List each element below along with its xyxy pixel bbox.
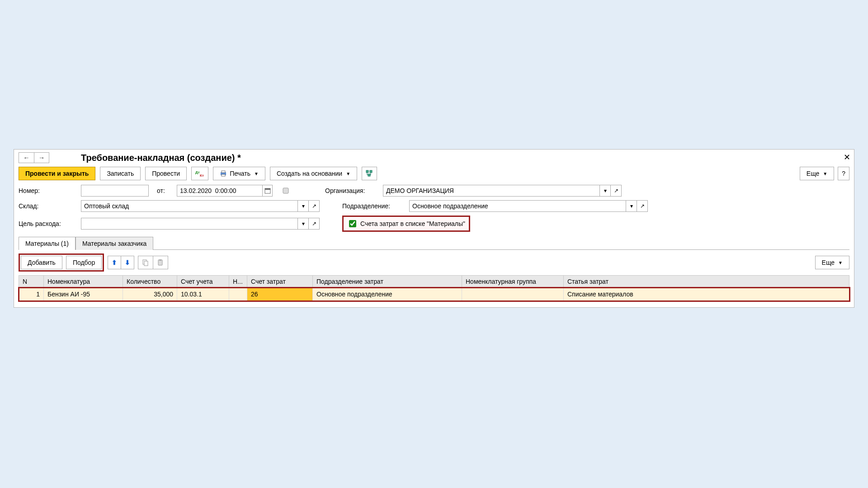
cost-accounts-label: Счета затрат в списке "Материалы" (360, 220, 465, 227)
add-button[interactable]: Добавить (21, 256, 62, 269)
back-button[interactable]: ← (19, 152, 34, 163)
date-input[interactable] (177, 185, 263, 197)
svg-rect-7 (368, 174, 370, 176)
number-input[interactable] (81, 185, 149, 197)
from-label: от: (157, 187, 169, 194)
document-form: Номер: от: Организация: ▾ ↗ (19, 185, 849, 232)
cell-n[interactable]: 1 (19, 288, 44, 301)
number-label: Номер: (19, 187, 73, 194)
svg-rect-4 (222, 174, 225, 176)
close-icon[interactable]: ✕ (844, 152, 850, 162)
tabs: Материалы (1) Материалы заказчика (19, 236, 849, 250)
materials-table: N Номенклатура Количество Счет учета Н..… (19, 275, 849, 301)
print-label: Печать (230, 170, 250, 177)
cell-nom-group[interactable] (462, 288, 564, 301)
time-icon[interactable] (281, 185, 291, 197)
post-button[interactable]: Провести (145, 167, 187, 180)
svg-text:Кт: Кт (200, 174, 204, 177)
cell-cost-acct[interactable]: 26 (247, 288, 313, 301)
post-and-close-button[interactable]: Провести и закрыть (19, 167, 95, 180)
svg-rect-10 (283, 188, 288, 193)
open-icon[interactable]: ↗ (611, 185, 622, 197)
col-cost-dept[interactable]: Подразделение затрат (313, 276, 462, 288)
paste-icon (157, 259, 164, 266)
dept-label: Подразделение: (342, 202, 401, 210)
open-icon[interactable]: ↗ (637, 200, 648, 212)
printer-icon (220, 170, 227, 177)
cell-qty[interactable]: 35,000 (123, 288, 177, 301)
add-select-highlight: Добавить Подбор (19, 253, 104, 272)
create-based-label: Создать на основании (277, 170, 342, 177)
svg-rect-9 (265, 188, 270, 190)
open-icon[interactable]: ↗ (309, 218, 320, 230)
col-nom-group[interactable]: Номенклатурная группа (462, 276, 564, 288)
print-button[interactable]: Печать ▼ (213, 167, 265, 180)
tab-materials[interactable]: Материалы (1) (19, 237, 75, 250)
col-acct[interactable]: Счет учета (177, 276, 229, 288)
chevron-down-icon: ▼ (254, 171, 259, 176)
open-icon[interactable]: ↗ (309, 200, 320, 212)
more-button[interactable]: Еще ▼ (800, 167, 834, 180)
cell-item[interactable]: Бензин АИ -95 (44, 288, 123, 301)
dropdown-icon[interactable]: ▾ (626, 200, 637, 212)
svg-text:Дт: Дт (195, 170, 200, 174)
col-item[interactable]: Номенклатура (44, 276, 123, 288)
calendar-icon[interactable] (263, 185, 273, 197)
dropdown-icon[interactable]: ▾ (298, 200, 309, 212)
grid-toolbar: Добавить Подбор ⬆ ⬇ Еще ▼ (19, 250, 849, 275)
structure-button[interactable] (362, 167, 377, 180)
move-down-button[interactable]: ⬇ (121, 256, 134, 269)
svg-rect-12 (144, 261, 148, 266)
copy-button[interactable] (138, 256, 153, 269)
col-cost-acct[interactable]: Счет затрат (247, 276, 313, 288)
cell-acct[interactable]: 10.03.1 (177, 288, 229, 301)
tab-customer-materials[interactable]: Материалы заказчика (75, 237, 153, 250)
dropdown-icon[interactable]: ▾ (298, 218, 309, 230)
more-label: Еще (807, 170, 820, 177)
svg-rect-6 (370, 170, 372, 173)
paste-button[interactable] (153, 256, 168, 269)
create-based-on-button[interactable]: Создать на основании ▼ (270, 167, 357, 180)
svg-rect-3 (222, 171, 225, 173)
chevron-down-icon: ▼ (838, 260, 843, 265)
document-window: ✕ ← → Требование-накладная (создание) * … (14, 149, 854, 308)
table-row[interactable]: 1 Бензин АИ -95 35,000 10.03.1 26 Основн… (19, 288, 849, 301)
svg-rect-14 (159, 259, 161, 261)
svg-rect-5 (366, 170, 368, 173)
chevron-down-icon: ▼ (823, 171, 827, 176)
move-up-button[interactable]: ⬆ (108, 256, 121, 269)
warehouse-input[interactable] (81, 200, 298, 212)
chevron-down-icon: ▼ (346, 171, 350, 176)
copy-icon (142, 259, 149, 266)
purpose-label: Цель расхода: (19, 220, 73, 227)
col-n[interactable]: N (19, 276, 44, 288)
org-input[interactable] (383, 185, 600, 197)
forward-button[interactable]: → (34, 152, 49, 163)
window-title: Требование-накладная (создание) * (81, 153, 241, 163)
warehouse-label: Склад: (19, 202, 73, 210)
help-button[interactable]: ? (838, 167, 849, 180)
col-cost-article[interactable]: Статья затрат (564, 276, 849, 288)
cell-cost-article[interactable]: Списание материалов (564, 288, 849, 301)
cost-accounts-check[interactable]: Счета затрат в списке "Материалы" (342, 216, 470, 232)
cell-h[interactable] (229, 288, 247, 301)
cell-cost-dept[interactable]: Основное подразделение (313, 288, 462, 301)
col-h[interactable]: Н... (229, 276, 247, 288)
main-toolbar: Провести и закрыть Записать Провести ДтК… (19, 167, 849, 180)
dropdown-icon[interactable]: ▾ (600, 185, 611, 197)
col-qty[interactable]: Количество (123, 276, 177, 288)
cost-accounts-checkbox[interactable] (349, 220, 356, 227)
purpose-input[interactable] (81, 218, 298, 230)
grid-more-label: Еще (822, 259, 835, 266)
org-label: Организация: (325, 187, 375, 194)
grid-more-button[interactable]: Еще ▼ (815, 256, 849, 269)
titlebar: ← → Требование-накладная (создание) * (19, 152, 849, 163)
dept-input[interactable] (409, 200, 626, 212)
save-button[interactable]: Записать (100, 167, 141, 180)
dt-kt-button[interactable]: ДтКт (191, 167, 208, 180)
select-button[interactable]: Подбор (66, 256, 102, 269)
